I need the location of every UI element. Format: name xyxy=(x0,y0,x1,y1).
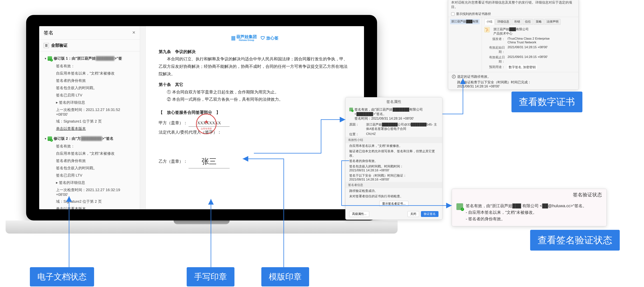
cert-valid-to: 有效截止日期：2021/09/01 14:28:15 +08'00' xyxy=(484,55,576,64)
rev1-line: 签名包含嵌入的时间戳。 xyxy=(45,84,134,92)
checkbox-input[interactable] xyxy=(451,12,454,16)
rev2-details-toggle[interactable]: ▸ 签名的详细信息 xyxy=(45,179,134,186)
cert-valid-from: 有效起始日期：2021/08/31 14:28:15 +08'00' xyxy=(484,45,576,55)
signer-line: 未对签署者信任的证书执行吊销检查。 xyxy=(346,194,442,199)
status-title: 签名验证状态 xyxy=(452,189,606,201)
rev1-view-version-link[interactable]: 单击以查看本版本 xyxy=(45,125,134,132)
cert-split: 浙江葫芦娃███有限 小结 详细信息 吊销 信任 策略 法律声明 📜 浙江葫芦娃… xyxy=(448,17,578,72)
cert-tree-item[interactable]: 浙江葫芦娃███有限 xyxy=(450,19,480,24)
chevron-down-icon: ▾ xyxy=(45,57,46,60)
dialog-buttons: 高级属性... 关闭 验证签名 xyxy=(346,208,442,219)
revision-2: ▾ 修订版 2：由"方████████>"签名 签名有效： 自应用本签名以来，"… xyxy=(39,133,140,209)
cert-tabs: 小结 详细信息 吊销 信任 策略 法律声明 xyxy=(484,19,576,25)
signer-section-header: 签名者信息 xyxy=(346,182,442,188)
sig-props-reason: 原因：浙江葫芦娃███████公司@33███████545- 主体A签名签署放… xyxy=(346,122,442,132)
tab-detail[interactable]: 详细信息 xyxy=(495,19,511,25)
laptop-base xyxy=(6,220,398,233)
signature-section-title: 【 放心签服务合同签署部分 】 xyxy=(159,109,351,116)
rev2-line: 域：Signature2 位于第 2 页 xyxy=(45,198,134,205)
status-line: - 自应用本签名以来，"文档"未被修改。 xyxy=(466,209,587,216)
scroll-margin xyxy=(140,26,146,209)
party-a-field: 甲方（盖章）： XXXXXXXX ★ 合同专用章 xyxy=(159,119,351,127)
revision-2-title[interactable]: ▾ 修订版 2：由"方████████>"签名 xyxy=(45,135,134,143)
validity-line: 验证者已信本文档允许填写表单、签名和注释，但禁止其它更改。 xyxy=(346,149,442,158)
validity-line: 签名于以下安全（时间戳）时间已验证：2021/08/31 14:28:16 +0… xyxy=(346,173,442,182)
tab-trust[interactable]: 信任 xyxy=(523,19,533,25)
sig-props-location: 位置：CN;HZ xyxy=(346,132,442,137)
signature-properties-dialog: 签名属性 签名有效，由"浙江葫芦娃███████有限公司 <███████>"签… xyxy=(345,97,442,220)
close-button[interactable]: 关闭 xyxy=(408,211,419,217)
doc-logos: 葫芦娃集团 Huluwa Group 放心签 xyxy=(159,34,351,43)
signature-valid-icon xyxy=(48,56,52,61)
cert-usage: 预期用途：数字签名, 加密密钥 xyxy=(484,64,576,70)
huluwa-logo: 葫芦娃集团 Huluwa Group xyxy=(231,34,257,43)
rev1-line: 上一次检查时间：2021.12.27 16:31:52 +08'00' xyxy=(45,106,134,118)
show-signer-cert-button[interactable]: 显示签名者证书... xyxy=(379,201,408,207)
star-icon: ★ xyxy=(204,117,209,127)
signer-line: 路径验证检查成功。 xyxy=(346,188,442,194)
cert-tree[interactable]: 浙江葫芦娃███有限 xyxy=(448,17,482,72)
handwritten-signature[interactable]: 张三 xyxy=(188,155,230,168)
signature-valid-icon xyxy=(48,136,52,141)
laptop-screen: 签名 × ☰ 全部验证 ▾ 修订版 1：由"浙江葫芦娃███████>"签 xyxy=(26,15,377,220)
rev1-line: 签名已启用 LTV xyxy=(45,92,134,99)
validity-line: 自应用本签名以来，"文档"未被修改。 xyxy=(346,143,442,149)
rev2-view-version-link[interactable]: 单击以查看本版本 xyxy=(45,205,134,209)
rev2-line: 签名有效： xyxy=(45,143,134,150)
tab-legal[interactable]: 法律声明 xyxy=(544,19,560,25)
panel-header: 签名 × xyxy=(39,26,140,40)
rev2-line: 签名者的身份有效 xyxy=(45,157,134,164)
show-all-paths-checkbox[interactable]: 显示找到的所有证书路径 xyxy=(448,11,578,17)
document-page[interactable]: 葫芦娃集团 Huluwa Group 放心签 第九条 争议的解决 本合同的订立、… xyxy=(146,26,364,209)
rev1-details-toggle[interactable]: ▸ 签名的详细信息 xyxy=(45,99,134,106)
label-doc-status: 电子文档状态 xyxy=(30,267,94,286)
section-9-p1: 本合同的订立、执行和解释及争议的解决均适合中华人民共和国法律；因合同履行发生的争… xyxy=(159,55,351,78)
party-b-field: 乙方（盖章）： 张三 xyxy=(159,155,351,168)
verify-all-label[interactable]: 全部验证 xyxy=(51,43,68,48)
laptop-mockup: 签名 × ☰ 全部验证 ▾ 修订版 1：由"浙江葫芦娃███████>"签 xyxy=(26,15,377,258)
cert-path-status: i 选定的证书路径有效。 路径验证检查于以下安全（时间戳）时间已完成： 2021… xyxy=(448,72,578,90)
document-area: 葫芦娃集团 Huluwa Group 放心签 第九条 争议的解决 本合同的订立、… xyxy=(140,26,364,209)
certificate-icon: 📜 xyxy=(484,27,490,32)
rev2-line: 自应用本签名以来，"文档"未被修改 xyxy=(45,150,134,157)
close-icon[interactable]: × xyxy=(132,30,135,36)
sig-props-title: 签名属性 xyxy=(346,97,442,106)
rev2-line: 签名包含嵌入的时间戳。 xyxy=(45,164,134,172)
verify-signature-button[interactable]: 验证签名 xyxy=(421,211,438,217)
section-10-title: 第十条 其它 xyxy=(159,81,351,88)
label-view-status: 查看签名验证状态 xyxy=(530,230,620,250)
label-hand-seal: 手写印章 xyxy=(187,267,234,286)
rev1-line: 域：Signature1 位于第 2 页 xyxy=(45,118,134,125)
sig-props-summary: 签名有效，由"浙江葫芦娃███████有限公司 <███████>"签名。 签名… xyxy=(346,106,442,122)
status-line: - 签名者的身份有效。 xyxy=(466,216,587,222)
tab-summary[interactable]: 小结 xyxy=(484,19,494,25)
certificate-viewer-dialog: 本对话框允许您查看证书的详细信息及其整个的发行链。详细信息对应于选定的项目。 显… xyxy=(448,0,579,90)
panel-body[interactable]: ▾ 修订版 1：由"浙江葫芦娃███████>"签 签名有效： 自应用本签名以来… xyxy=(39,51,140,209)
fangxinqian-logo: 放心签 xyxy=(260,34,278,42)
signature-valid-icon xyxy=(349,108,353,111)
screen-content: 签名 × ☰ 全部验证 ▾ 修订版 1：由"浙江葫芦娃███████>"签 xyxy=(39,26,364,209)
rev2-line: 签名已启用 LTV xyxy=(45,172,134,179)
advanced-props-button[interactable]: 高级属性... xyxy=(349,211,369,217)
rev1-line: 自应用本签名以来，"文档"未被修改 xyxy=(45,70,134,77)
panel-toolbar: ☰ 全部验证 xyxy=(39,40,140,51)
chevron-down-icon: ▾ xyxy=(45,137,46,140)
info-icon: i xyxy=(452,75,456,79)
label-template-seal: 模版印章 xyxy=(261,267,309,286)
tab-revocation[interactable]: 吊销 xyxy=(512,19,522,25)
revision-1-title[interactable]: ▾ 修订版 1：由"浙江葫芦娃███████>"签 xyxy=(45,54,134,62)
panel-title: 签名 xyxy=(44,30,54,36)
rev1-line: 签名有效： xyxy=(45,62,134,70)
legal-rep-field: 法定代表人/委托代理人（签字）： xyxy=(159,129,351,136)
status-line: 签名有效，由"浙江葫芦娃███ 有限公司 <██@huluwa.cc>"签名。 xyxy=(466,202,587,209)
section-9-title: 第九条 争议的解决 xyxy=(159,48,351,56)
signature-valid-icon xyxy=(456,203,463,210)
cert-dialog-desc: 本对话框允许您查看证书的详细信息及其整个的发行链。详细信息对应于选定的项目。 xyxy=(448,0,578,11)
validity-line: 签名者的身份有效。 xyxy=(346,158,442,164)
status-body: 签名有效，由"浙江葫芦娃███ 有限公司 <██@huluwa.cc>"签名。 … xyxy=(452,201,606,226)
list-icon[interactable]: ☰ xyxy=(44,43,49,48)
cert-subject: 📜 浙江葫芦娃███有限公司 产品技术中心 xyxy=(484,27,576,36)
tab-policy[interactable]: 策略 xyxy=(534,19,544,25)
revision-1: ▾ 修订版 1：由"浙江葫芦娃███████>"签 签名有效： 自应用本签名以来… xyxy=(39,53,140,133)
logo-bars-icon xyxy=(231,34,235,43)
